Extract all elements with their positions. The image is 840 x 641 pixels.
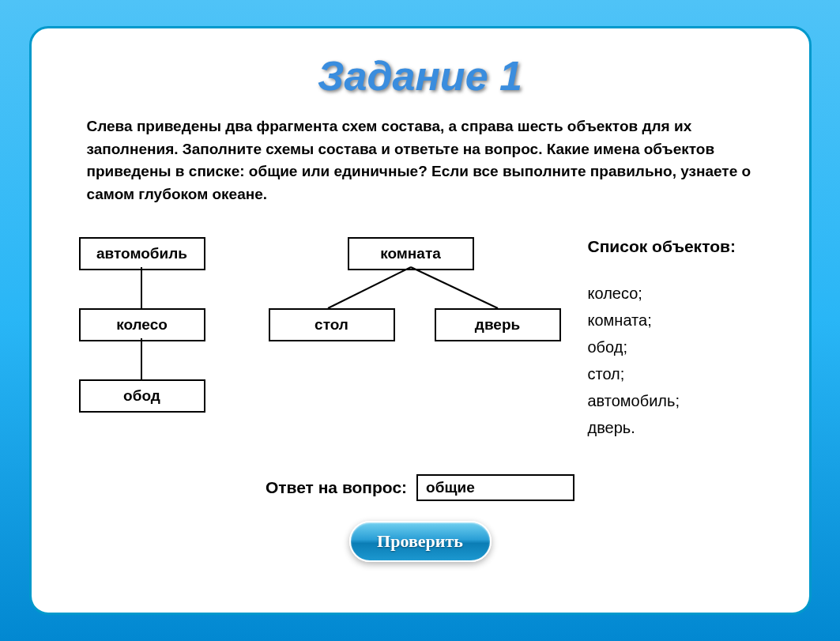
list-item[interactable]: стол; [588, 360, 770, 387]
connector-branches [269, 266, 561, 311]
sidebar-title: Список объектов: [588, 237, 770, 256]
check-button[interactable]: Проверить [349, 521, 492, 562]
svg-line-1 [411, 267, 498, 308]
list-item[interactable]: комната; [588, 307, 770, 334]
task-instructions: Слева приведены два фрагмента схем соста… [63, 115, 778, 205]
diagram-node-koleso[interactable]: колесо [79, 308, 205, 341]
answer-input[interactable] [416, 474, 574, 501]
content-area: автомобиль колесо обод комната стол двер… [63, 237, 778, 458]
diagram-node-stol[interactable]: стол [269, 308, 395, 341]
connector-line [141, 338, 142, 379]
connector-line [141, 267, 142, 308]
task-panel: Задание 1 Слева приведены два фрагмента … [29, 26, 812, 615]
list-item[interactable]: дверь. [588, 414, 770, 441]
diagram-area: автомобиль колесо обод комната стол двер… [71, 237, 564, 458]
object-sidebar: Список объектов: колесо; комната; обод; … [588, 237, 770, 458]
list-item[interactable]: автомобиль; [588, 387, 770, 414]
answer-label: Ответ на вопрос: [266, 478, 407, 497]
svg-line-0 [328, 267, 411, 308]
diagram-node-obod[interactable]: обод [79, 379, 205, 413]
task-title: Задание 1 [63, 52, 778, 100]
list-item[interactable]: колесо; [588, 280, 770, 307]
list-item[interactable]: обод; [588, 334, 770, 360]
object-list: колесо; комната; обод; стол; автомобиль;… [588, 280, 770, 441]
diagram-node-auto[interactable]: автомобиль [79, 237, 205, 270]
diagram-node-dver[interactable]: дверь [435, 308, 561, 341]
answer-row: Ответ на вопрос: [63, 474, 778, 501]
